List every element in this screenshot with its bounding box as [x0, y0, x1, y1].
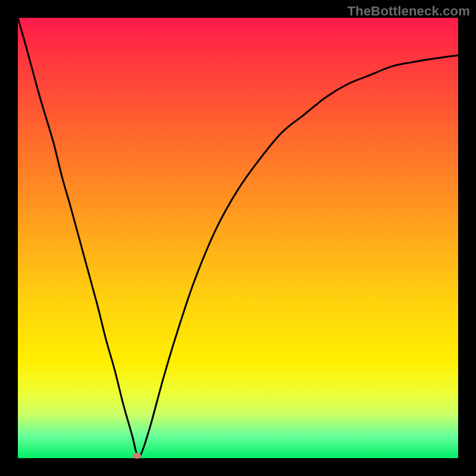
- plot-area: [18, 18, 458, 458]
- optimal-point-marker: [133, 453, 141, 459]
- bottleneck-curve: [18, 18, 458, 456]
- chart-frame: TheBottleneck.com: [0, 0, 476, 476]
- watermark-text: TheBottleneck.com: [347, 4, 470, 19]
- curve-svg: [18, 18, 458, 458]
